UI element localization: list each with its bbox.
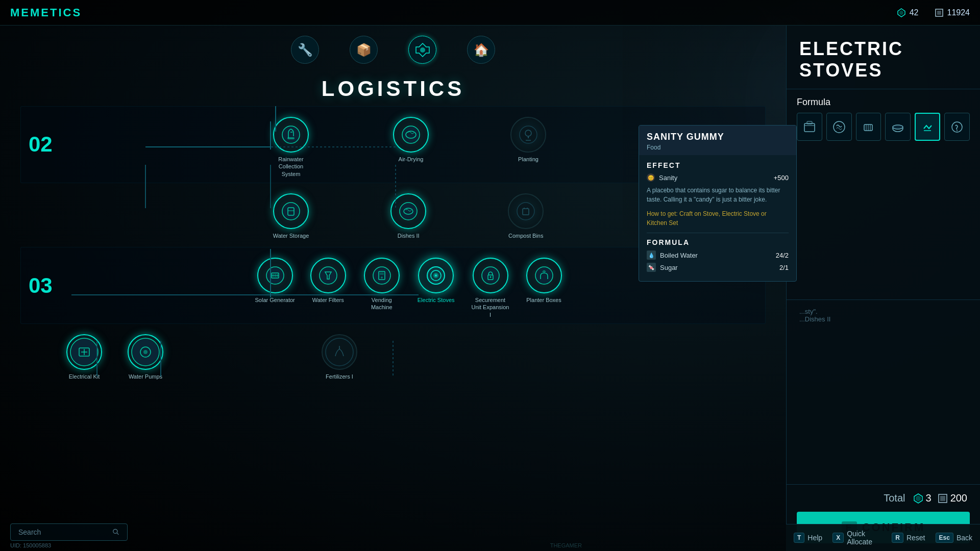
effect-sanity-label: Sanity [659,174,677,182]
svg-line-66 [117,533,118,535]
top-bar: MEMETICS 42 11924 [0,0,980,26]
node-waterfilters[interactable]: Water Filters [310,258,346,318]
tooltip-item-type: Food [647,144,789,151]
svg-point-27 [520,126,537,143]
formula-icon-4[interactable] [915,113,940,141]
node-airdrying[interactable]: Air-Drying [393,117,429,178]
node-waterstorage[interactable]: Water Storage [273,193,309,239]
node-electricalkit[interactable]: Electrical Kit [66,334,102,380]
node-rainwater-label: Rainwater Collection System [271,156,311,178]
svg-rect-83 [940,496,945,501]
app-title: MEMETICS [10,6,82,19]
reset-btn[interactable]: R Reset [892,533,925,543]
panel-title: ELECTRIC STOVES [787,26,980,89]
node-solargenerator[interactable]: Solar Generator [255,258,295,318]
top-stats: 42 11924 [896,8,970,18]
total-build-value: 200 [950,492,967,504]
formula-label: Formula [797,97,970,108]
reset-label: Reset [906,534,925,542]
quick-allocate-key: X [832,533,844,543]
total-row: Total 3 200 [787,484,980,512]
formula-title: FORMULA [647,238,789,246]
node-dishes2-circle [390,193,426,229]
node-dishes2-label: Dishes II [398,232,420,239]
svg-point-52 [435,274,437,277]
formula-icon-0[interactable] [797,113,822,141]
formula-row-sugar: 🍬 Sugar 2/1 [647,263,789,272]
node-fertilizers[interactable]: Fertilizers I [322,334,357,380]
stat-crystals: 42 [896,8,919,18]
tooltip-description: A placebo that contains sugar to balance… [647,186,789,204]
crystal-value: 42 [910,8,919,17]
uid-text: UID: 150005883 [10,542,51,548]
quick-allocate-btn[interactable]: X Quick Allocate [832,530,881,546]
svg-point-63 [143,350,148,354]
node-dishes2[interactable]: Dishes II [390,193,426,239]
tech-tree-panel: 🔧 📦 🏠 LOGISTICS [0,26,786,551]
cat-icon-active[interactable] [408,36,436,64]
svg-point-48 [381,277,383,279]
svg-point-70 [834,121,845,133]
help-btn[interactable]: T Help [794,533,822,543]
logistics-title: LOGISTICS [0,77,786,101]
tooltip-formula-section: FORMULA 💧 Boiled Water 24/2 🍬 Sugar [647,233,789,272]
total-crystal-icon [913,493,923,504]
svg-point-32 [400,203,417,220]
dishes-ii-label-ref: ...Dishes II [799,315,830,323]
watermark: THEGAMER [550,542,582,548]
node-waterpumps-label: Water Pumps [129,373,162,380]
right-panel: ELECTRIC STOVES Formula [786,26,980,551]
node-vendingmachine-circle [364,258,400,293]
back-btn[interactable]: Esc Back [936,533,972,543]
tier-02-label: 02 [29,132,53,157]
cat-icon-housing[interactable]: 🏠 [467,36,495,64]
search-input[interactable] [18,528,108,536]
total-label: Total [884,492,905,504]
total-build-stat: 200 [938,492,967,504]
sugar-label: Sugar [660,264,678,271]
node-electricstoves[interactable]: Electric Stoves [418,258,455,318]
node-planting-circle [510,117,546,153]
node-waterpumps[interactable]: Water Pumps [128,334,163,380]
svg-point-10 [420,47,425,53]
build-icon [934,8,944,18]
node-rainwater[interactable]: Rainwater Collection System [271,117,311,178]
node-planterboxes[interactable]: Planter Boxes [526,258,562,318]
formula-sugar-name: 🍬 Sugar [647,263,678,272]
formula-icon-5[interactable] [944,113,970,141]
node-planting[interactable]: Planting [510,117,546,178]
svg-marker-81 [916,495,921,502]
node-vendingmachine[interactable]: Vending Machine [361,258,402,318]
help-key: T [794,533,804,543]
tier-04-nodes: Electrical Kit Water Pumps [20,327,766,388]
node-vendingmachine-label: Vending Machine [361,296,402,311]
category-icons: 🔧 📦 🏠 [0,26,786,74]
node-waterfilters-label: Water Filters [312,296,344,304]
cat-icon-logistics[interactable]: 📦 [350,36,378,64]
formula-icon-1[interactable] [826,113,852,141]
effect-title: EFFECT [647,161,789,169]
search-icon [113,528,119,536]
svg-rect-67 [804,123,815,132]
svg-point-25 [402,126,420,143]
svg-point-64 [326,338,353,366]
node-electricalkit-label: Electrical Kit [69,373,100,380]
sugar-icon: 🍬 [647,263,656,272]
node-fertilizers-circle [322,334,357,370]
formula-section: Formula [787,89,980,146]
node-waterfilters-circle [310,258,346,293]
node-waterstorage-label: Water Storage [273,232,309,239]
boiledwater-icon: 💧 [647,251,656,260]
node-airdrying-circle [393,117,429,153]
node-electricstoves-circle [418,258,454,293]
total-crystal-value: 3 [926,492,932,504]
svg-point-29 [282,203,300,220]
tooltip-item-name: SANITY GUMMY [647,132,789,142]
node-compostbins[interactable]: Compost Bins [508,193,544,239]
formula-icon-2[interactable] [856,113,881,141]
node-securement[interactable]: Securement Unit Expansion I [470,258,511,318]
formula-icon-3[interactable] [885,113,911,141]
cat-icon-tools[interactable]: 🔧 [291,36,319,64]
svg-rect-8 [937,11,941,15]
svg-point-45 [373,267,390,284]
